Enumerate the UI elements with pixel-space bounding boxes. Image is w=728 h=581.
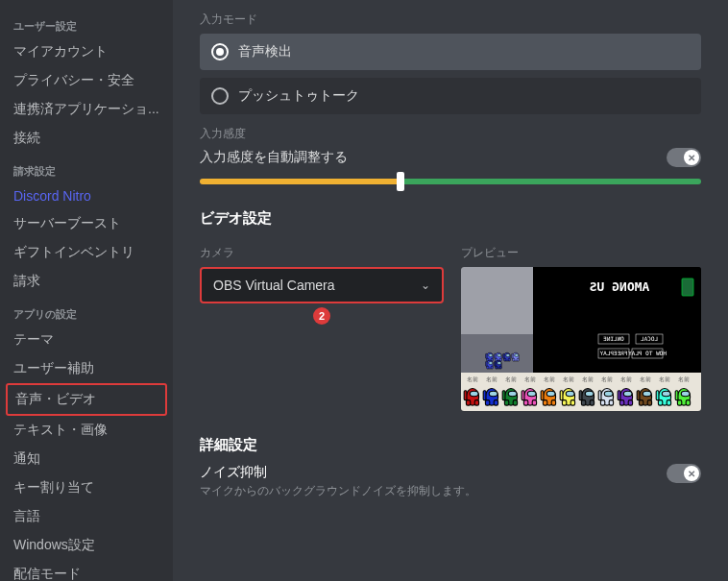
sidebar-item-accessibility[interactable]: ユーザー補助 [6,354,167,383]
radio-icon [211,87,229,105]
svg-rect-39 [499,366,501,369]
svg-rect-110 [677,400,681,406]
svg-point-46 [470,391,478,397]
radio-icon [211,43,229,61]
svg-rect-16 [486,353,487,358]
svg-rect-47 [464,391,467,400]
sidebar-item-connections-apps[interactable]: 連携済アプリケーショ... [6,95,167,124]
svg-rect-86 [600,400,604,406]
toggle-knob-icon: ✕ [684,466,699,481]
svg-rect-59 [502,391,505,400]
sidebar-item-billing[interactable]: 請求 [6,267,167,296]
svg-rect-74 [562,400,566,406]
sidebar-item-language[interactable]: 言語 [6,502,167,531]
sidebar-item-privacy[interactable]: プライバシー・安全 [6,66,167,95]
svg-rect-83 [579,391,582,400]
svg-text:名前: 名前 [659,376,670,382]
main-panel: 入力モード 音声検出 プッシュトゥトーク 入力感度 入力感度を自動調整する ✕ … [173,0,728,581]
svg-rect-62 [523,400,527,406]
svg-point-40 [497,362,501,365]
auto-sensitivity-toggle[interactable]: ✕ [667,148,701,167]
camera-select-value: OBS Virtual Camera [213,278,335,293]
svg-rect-81 [590,400,594,406]
svg-rect-56 [504,400,508,406]
svg-rect-21 [495,353,496,358]
svg-rect-68 [543,400,546,406]
svg-text:名前: 名前 [563,376,574,382]
svg-point-58 [508,391,517,397]
camera-label: カメラ [200,245,444,261]
auto-sensitivity-label: 入力感度を自動調整する [200,149,348,166]
svg-rect-51 [494,400,497,406]
svg-rect-105 [667,400,670,406]
svg-rect-113 [675,391,678,400]
svg-rect-104 [658,400,662,406]
sidebar-item-gift-inventory[interactable]: ギフトインベントリ [6,238,167,267]
svg-rect-92 [619,400,623,406]
sensitivity-slider[interactable] [200,179,701,184]
svg-rect-26 [503,353,504,358]
svg-rect-98 [639,400,643,406]
svg-point-82 [585,391,594,397]
svg-rect-57 [513,400,517,406]
svg-rect-3 [682,278,693,296]
svg-text:名前: 名前 [640,376,651,382]
preview-label: プレビュー [461,245,701,261]
sidebar-item-streamer-mode[interactable]: 配信モード [6,560,167,581]
svg-rect-36 [486,361,487,366]
svg-point-94 [623,391,632,397]
svg-rect-101 [637,391,640,400]
svg-text:名前: 名前 [486,376,497,382]
sidebar: ユーザー設定 マイアカウント プライバシー・安全 連携済アプリケーショ... 接… [0,0,173,581]
sidebar-item-theme[interactable]: テーマ [6,326,167,354]
svg-rect-45 [474,400,478,406]
svg-text:FREEPLAY: FREEPLAY [599,350,627,356]
camera-preview: AMONG US LOCAL ONLINE HOW TO PLAY FREEPL… [461,267,701,411]
noise-suppression-desc: マイクからのバックグラウンドノイズを抑制します。 [200,483,476,499]
svg-point-106 [662,391,670,397]
radio-push-to-talk[interactable]: プッシュトゥトーク [200,78,701,114]
sidebar-item-windows[interactable]: Windows設定 [6,531,167,560]
svg-rect-63 [532,400,536,406]
input-mode-radio-group: 音声検出 プッシュトゥトーク [200,34,701,114]
noise-suppression-label: ノイズ抑制 [200,464,476,481]
sidebar-header-billing: 請求設定 [6,153,167,182]
svg-text:LOCAL: LOCAL [641,335,658,342]
svg-point-25 [506,354,510,357]
svg-point-112 [681,391,690,397]
sidebar-item-my-account[interactable]: マイアカウント [6,37,167,66]
svg-text:名前: 名前 [505,376,517,382]
svg-rect-65 [522,391,524,400]
sidebar-item-connections[interactable]: 接続 [6,124,167,153]
svg-point-30 [515,354,519,357]
sidebar-item-text-images[interactable]: テキスト・画像 [6,416,167,445]
sidebar-header-user: ユーザー設定 [6,8,167,37]
camera-select[interactable]: OBS Virtual Camera ⌄ [202,269,442,302]
sidebar-item-server-boost[interactable]: サーバーブースト [6,209,167,238]
advanced-title: 詳細設定 [200,436,701,454]
svg-rect-53 [483,391,486,400]
camera-select-highlight: OBS Virtual Camera ⌄ 2 [200,267,444,303]
svg-text:HOW TO PLAY: HOW TO PLAY [628,350,667,356]
svg-rect-33 [487,366,489,369]
noise-suppression-row: ノイズ抑制 マイクからのバックグラウンドノイズを抑制します。 ✕ [200,464,701,499]
svg-point-70 [546,391,555,397]
svg-point-52 [489,391,497,397]
input-mode-label: 入力モード [200,12,701,28]
sidebar-item-voice-video[interactable]: 音声・ビデオ 1 [6,383,167,416]
svg-text:名前: 名前 [524,376,536,382]
radio-label: プッシュトゥトーク [238,87,359,105]
svg-rect-87 [609,400,613,406]
radio-voice-activity[interactable]: 音声検出 [200,34,701,70]
sidebar-item-notifications[interactable]: 通知 [6,445,167,473]
svg-point-64 [527,391,536,397]
slider-thumb[interactable] [397,172,404,191]
svg-point-15 [489,354,493,357]
sidebar-item-keybinds[interactable]: キー割り当て [6,473,167,502]
svg-rect-93 [628,400,632,406]
noise-suppression-toggle[interactable]: ✕ [667,464,701,483]
svg-rect-111 [686,400,690,406]
video-settings-title: ビデオ設定 [200,209,701,228]
sidebar-item-nitro[interactable]: Discord Nitro [6,182,167,209]
svg-text:名前: 名前 [467,376,478,382]
